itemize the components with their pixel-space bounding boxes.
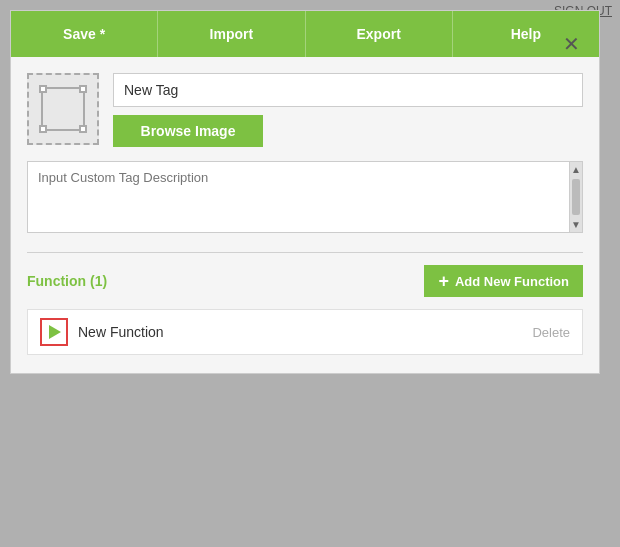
function-name: New Function	[78, 324, 522, 340]
save-button[interactable]: Save *	[11, 11, 158, 57]
function-play-icon[interactable]	[40, 318, 68, 346]
image-placeholder[interactable]	[27, 73, 99, 145]
play-triangle	[49, 325, 61, 339]
divider	[27, 252, 583, 253]
close-button[interactable]: ✕	[553, 21, 589, 67]
tag-inputs: Browse Image	[113, 73, 583, 147]
add-function-button[interactable]: + Add New Function	[424, 265, 583, 297]
corner-tr	[79, 85, 87, 93]
tag-name-input[interactable]	[113, 73, 583, 107]
image-frame	[41, 87, 85, 131]
browse-image-button[interactable]: Browse Image	[113, 115, 263, 147]
add-icon: +	[438, 272, 449, 290]
scroll-up-arrow[interactable]: ▲	[570, 162, 582, 177]
function-list: New Function Delete	[27, 309, 583, 355]
function-header: Function (1) + Add New Function	[27, 265, 583, 297]
scrollbar[interactable]: ▲ ▼	[569, 161, 583, 233]
description-wrapper: ▲ ▼	[27, 161, 583, 236]
scroll-thumb	[572, 179, 580, 215]
scroll-down-arrow[interactable]: ▼	[570, 217, 582, 232]
add-function-label: Add New Function	[455, 274, 569, 289]
tag-row: Browse Image	[27, 73, 583, 147]
import-button[interactable]: Import	[158, 11, 305, 57]
export-button[interactable]: Export	[306, 11, 453, 57]
content-area: Browse Image ▲ ▼ Function (1) + Add New …	[11, 57, 599, 373]
function-item: New Function Delete	[27, 309, 583, 355]
main-panel: Save * Import Export Help ✕ Browse Image	[10, 10, 600, 374]
delete-function-button[interactable]: Delete	[532, 325, 570, 340]
corner-br	[79, 125, 87, 133]
description-textarea[interactable]	[27, 161, 583, 233]
corner-bl	[39, 125, 47, 133]
corner-tl	[39, 85, 47, 93]
toolbar: Save * Import Export Help	[11, 11, 599, 57]
function-label: Function (1)	[27, 273, 107, 289]
